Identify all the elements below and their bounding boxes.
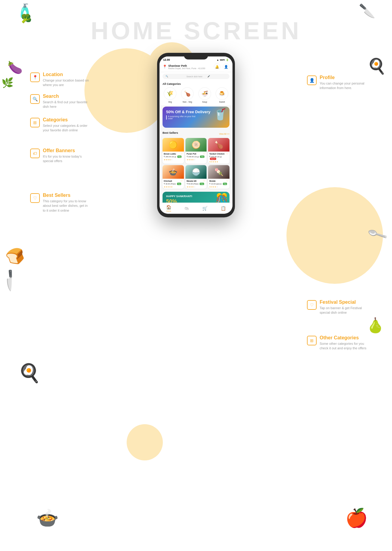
food-price-2: ₹ 200.00 (1k.g) Veg [187,155,206,158]
food-card-puran-poli[interactable]: 🫓 Puran Poli ♡ ₹ 200.00 (1k.g) Veg ★ [185,138,207,164]
food-heart-3[interactable]: ♡ [226,152,228,155]
bg-circle-3 [286,187,383,284]
food-info-2: Puran Poli ♡ ₹ 200.00 (1k.g) Veg ★ ★ ★ [185,152,207,162]
food-name-row-4: Khichadi ♡ [164,180,183,182]
annotation-location-icon: 📍 [30,72,40,82]
deco-pot2: 🍲 [36,507,59,529]
location-text: Shaniwar Peth Radha Gopal, 3rd Floor, Pu… [168,64,205,69]
food-name-row-6: Modak ♡ [209,180,228,182]
category-veg[interactable]: 🌾 Veg [164,87,176,103]
profile-icon[interactable]: 👤 [223,63,229,70]
annotation-location-text: Location Change your location based on w… [43,72,91,88]
annotation-search: 🔍 Search Search & find out your favorite… [30,94,91,109]
deco-spatula: 🔪 [0,268,23,293]
food-name-4: Khichadi [164,180,172,182]
header-icons: 🔔 👤 [214,63,229,70]
best-sellers-header: Best Sellers View All >> [163,131,229,136]
annotation-other-cat-text: Other Categories Some other categories f… [320,335,368,351]
category-non-veg-label: Non - Veg [183,101,192,103]
page-title: HOME SCREEN [91,17,302,45]
search-bar-container: 🔍 Search dish here 🎤 [160,72,232,81]
nav-cart[interactable]: 🛒 [202,206,207,211]
food-card-besan-laddu[interactable]: 🟡 Besan Laddu ♡ ₹ 200.00 (1k.g) Veg ★ [163,138,184,164]
deco-broccoli: 🥦 [21,14,32,24]
deco-bread: 🍞 [4,245,27,268]
nav-profile-icon: 📋 [221,206,226,211]
food-name-row-2: Puran Poli ♡ [187,152,206,155]
food-info-3: Tanduri Chicken ♡ ₹ 200.00 (1k.g) Non-V … [208,152,229,164]
food-price-6: ₹ 10.00 (piece) Veg [209,183,228,185]
nav-cart-icon: 🛒 [202,206,207,211]
deco-pear: 🍐 [366,317,384,334]
nav-profile[interactable]: 📋 [221,206,226,211]
food-heart-4[interactable]: ♡ [181,180,183,182]
annotation-offer-text: Offer Banners It's for you to know today… [43,148,91,164]
annotation-festival-icon: ♡ [307,300,317,310]
bottom-nav: 🏠 Home 🛍 🛒 📋 [160,203,232,214]
status-time: 12.00 [163,58,170,61]
food-card-tanduri-chicken[interactable]: 🍗 Tanduri Chicken ♡ ₹ 200.00 (1k.g) Non-… [208,138,229,164]
food-name-1: Besan Laddu [164,153,176,155]
food-card-khichadi[interactable]: 🍲 Khichadi ♡ ₹ 30.00 (Plate) Veg ★ [163,165,184,189]
category-non-veg[interactable]: 🍗 Non - Veg [181,87,194,103]
food-info-1: Besan Laddu ♡ ₹ 200.00 (1k.g) Veg ★ ★ ★ [163,152,184,162]
food-name-2: Puran Poli [187,153,196,155]
categories-section: All Categories 🌾 Veg 🍗 Non - Veg 🍜 Soup … [160,81,232,105]
nav-bag[interactable]: 🛍 [185,206,189,211]
deco-pot: 🍳 [18,362,41,384]
phone-screen: 12.00 ▲ WiFi 🔋 📍 Shaniwar Peth Radha Gop… [160,56,232,214]
category-veg-icon: 🌾 [164,87,176,100]
food-img-2: 🫓 [185,138,207,152]
offer-banner-subtitle: A surprising offer on your first order [166,115,196,120]
location-bar: 📍 Shaniwar Peth Radha Gopal, 3rd Floor, … [160,62,232,72]
food-name-6: Modak [209,180,216,182]
food-card-masala-idli[interactable]: 🍚 Masala Idli ♡ ₹ 50.00 (Plate) Veg ★ [185,165,207,189]
annotation-bestsellers-text: Best Sellers This category for you to kn… [43,193,91,213]
offer-banner[interactable]: 50% Off & Free Delivery A surprising off… [163,107,229,128]
food-stars-1: ★ ★ ★ ★ ★ [164,159,183,161]
offer-banner-image: 🥤 [213,108,227,121]
notification-icon[interactable]: 🔔 [214,63,220,70]
category-soup[interactable]: 🍜 Soup [198,87,211,103]
food-heart-1[interactable]: ♡ [181,152,183,155]
annotation-other-cat: ⊞ Other Categories Some other categories… [307,335,368,351]
food-grid: 🟡 Besan Laddu ♡ ₹ 200.00 (1k.g) Veg ★ [163,138,229,189]
annotation-profile-icon: 👤 [307,75,317,85]
food-heart-5[interactable]: ♡ [203,180,205,182]
annotation-profile-text: Profile You can change your personal inf… [320,75,368,91]
deco-eggplant: 🍆 [8,60,23,75]
location-address: Radha Gopal, 3rd Floor, Pune - 411030 [168,67,205,69]
food-heart-6[interactable]: ♡ [226,180,228,182]
food-info-4: Khichadi ♡ ₹ 30.00 (Plate) Veg ★ ★ ★ [163,179,184,189]
annotation-other-cat-icon: ⊞ [307,336,317,345]
annotation-categories-text: Categories Select your categories & orde… [43,117,91,133]
search-input[interactable]: 🔍 Search dish here 🎤 [163,74,229,79]
annotation-location: 📍 Location Change your location based on… [30,72,91,88]
view-all-link[interactable]: View All >> [219,133,229,135]
battery-icon: 🔋 [226,59,229,61]
annotation-categories-icon: ⊞ [30,118,40,127]
nav-home[interactable]: 🏠 Home [166,205,171,212]
annotation-search-icon: 🔍 [30,94,40,104]
deco-knife: 🔪 [359,3,375,19]
food-price-4: ₹ 30.00 (Plate) Veg [164,183,183,185]
food-name-row-5: Masala Idli ♡ [187,180,206,182]
signal-icon: ▲ [217,59,219,61]
food-card-modak[interactable]: 🍡 Modak ♡ ₹ 10.00 (piece) Veg ★ [208,165,229,189]
deco-apple: 🍎 [345,507,368,529]
bg-circle-4 [127,424,163,460]
category-soup-icon: 🍜 [198,87,211,100]
category-sweet[interactable]: 🍮 Sweet [216,87,228,103]
nav-home-label: Home [166,210,171,212]
food-name-3: Tanduri Chicken [209,153,224,155]
annotation-search-text: Search Search & find out your favorite d… [43,94,91,109]
deco-pan: 🍳 [367,57,386,75]
food-img-3: 🍗 [208,138,229,152]
food-stars-2: ★ ★ ★ ★ ★ [187,159,206,161]
deco-herb: 🌿 [2,77,14,88]
annotation-offer: 🏷 Offer Banners It's for you to know tod… [30,148,91,164]
food-heart-2[interactable]: ♡ [203,152,205,155]
food-name-5: Masala Idli [187,180,197,182]
categories-title: All Categories [163,82,229,85]
status-icons: ▲ WiFi 🔋 [217,59,229,61]
